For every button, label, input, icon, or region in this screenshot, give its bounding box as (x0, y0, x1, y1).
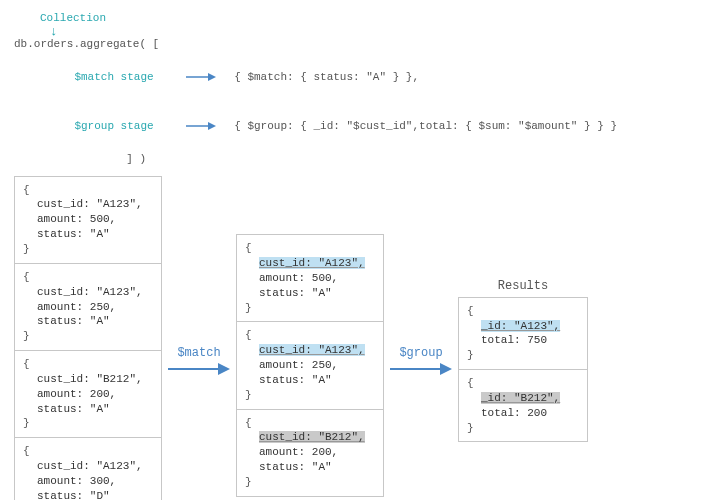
document-box: {cust_id: "A123",amount: 300,status: "D"… (14, 437, 162, 500)
aggregate-open: db.orders.aggregate( [ (14, 36, 692, 53)
group-arrow-label: $group (399, 346, 442, 360)
orders-column: {cust_id: "A123",amount: 500,status: "A"… (14, 176, 162, 500)
document-box: {cust_id: "B212",amount: 200,status: "A"… (14, 350, 162, 438)
match-code: { $match: { status: "A" } }, (234, 71, 419, 83)
group-code: { $group: { _id: "$cust_id",total: { $su… (234, 120, 617, 132)
document-box: {cust_id: "A123",amount: 250,status: "A"… (236, 321, 384, 409)
results-label: Results (498, 279, 548, 293)
pipeline-diagram: {cust_id: "A123",amount: 500,status: "A"… (14, 176, 692, 500)
match-stage-anno: $match stage (40, 69, 188, 86)
arrow-right-icon (390, 362, 452, 376)
document-box: {cust_id: "A123",amount: 500,status: "A"… (236, 234, 384, 322)
document-box: {cust_id: "A123",amount: 500,status: "A"… (14, 176, 162, 264)
matched-column: {cust_id: "A123",amount: 500,status: "A"… (236, 234, 384, 497)
code-header: Collection ↓ db.orders.aggregate( [ $mat… (14, 10, 692, 168)
arrow-right-icon (186, 121, 216, 131)
group-stage-anno: $group stage (40, 118, 188, 135)
svg-marker-3 (208, 122, 216, 130)
svg-marker-1 (208, 73, 216, 81)
document-box: {cust_id: "B212",amount: 200,status: "A"… (236, 409, 384, 497)
match-arrow: $match (168, 346, 230, 376)
svg-marker-7 (440, 363, 452, 375)
group-arrow: $group (390, 346, 452, 376)
aggregate-close: ] ) (14, 151, 692, 168)
group-stage-line: $group stage { $group: { _id: "$cust_id"… (14, 102, 692, 152)
match-arrow-label: $match (177, 346, 220, 360)
result-box: {_id: "B212",total: 200} (458, 369, 588, 442)
arrow-right-icon (168, 362, 230, 376)
result-box: {_id: "A123",total: 750} (458, 297, 588, 370)
arrow-right-icon (186, 72, 216, 82)
down-arrow-icon: ↓ (50, 27, 692, 36)
match-stage-line: $match stage { $match: { status: "A" } }… (14, 52, 692, 102)
svg-marker-5 (218, 363, 230, 375)
document-box: {cust_id: "A123",amount: 250,status: "A"… (14, 263, 162, 351)
results-column: Results {_id: "A123",total: 750}{_id: "B… (458, 279, 588, 443)
